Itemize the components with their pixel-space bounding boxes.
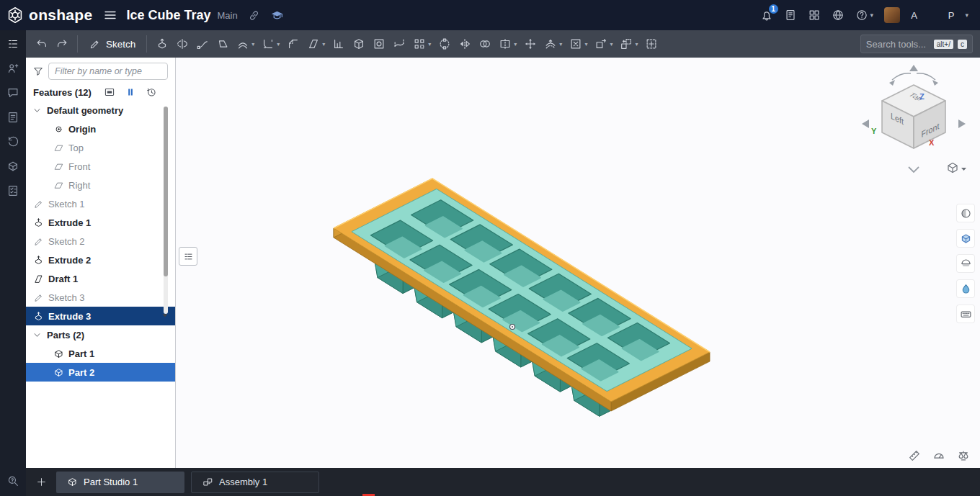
- collaborator-initial-a[interactable]: A: [911, 10, 917, 21]
- chevron-down-icon[interactable]: ▾: [514, 41, 517, 48]
- hamburger-menu-icon[interactable]: [103, 8, 117, 22]
- performance-button[interactable]: [932, 449, 945, 462]
- revolve-tool-button[interactable]: [172, 34, 192, 54]
- scrollbar-track[interactable]: [164, 107, 168, 314]
- undo-button[interactable]: [32, 34, 52, 54]
- panel-toggle-button[interactable]: [179, 247, 197, 266]
- model-viewport[interactable]: Top Left Front Z Y X: [176, 58, 980, 468]
- tree-item-draft-1[interactable]: Draft 1: [26, 269, 175, 288]
- mirror-tool-button[interactable]: [455, 34, 475, 54]
- section-view-button[interactable]: [957, 255, 974, 272]
- mass-properties-button[interactable]: [957, 449, 970, 462]
- rotate-up-arrow[interactable]: [909, 65, 918, 71]
- tree-item-origin[interactable]: Origin: [26, 120, 175, 138]
- tree-item-sketch-3[interactable]: Sketch 3: [26, 288, 175, 307]
- thicken-tool-button[interactable]: ▾: [233, 34, 258, 54]
- rail-edit-document-button[interactable]: [6, 111, 19, 124]
- brand-wordmark[interactable]: onshape: [29, 6, 92, 24]
- shading-view-button[interactable]: [957, 204, 974, 222]
- filter-funnel-icon[interactable]: [32, 66, 44, 77]
- hole-tool-button[interactable]: [369, 34, 389, 54]
- sketch-button[interactable]: Sketch: [83, 34, 141, 54]
- tree-item-extrude-1[interactable]: Extrude 1: [26, 213, 175, 232]
- circular-pattern-tool-button[interactable]: [435, 34, 455, 54]
- linear-pattern-tool-button[interactable]: ▾: [409, 34, 435, 54]
- tree-item-sketch-2[interactable]: Sketch 2: [26, 232, 175, 251]
- globe-icon[interactable]: [832, 9, 845, 22]
- tree-item-sketch-1[interactable]: Sketch 1: [26, 194, 175, 213]
- rail-search-button[interactable]: [6, 160, 19, 173]
- tree-item-extrude-2[interactable]: Extrude 2: [26, 251, 175, 269]
- chevron-down-icon[interactable]: ▾: [251, 41, 254, 48]
- rollback-icon[interactable]: [104, 86, 115, 98]
- transform-tool-button[interactable]: [520, 34, 540, 54]
- scrollbar-thumb[interactable]: [164, 107, 168, 276]
- history-icon[interactable]: [146, 86, 157, 98]
- tree-item-extrude-3[interactable]: Extrude 3: [26, 307, 175, 325]
- scroll-down-arrow[interactable]: [161, 311, 171, 320]
- chevron-down-icon[interactable]: ▾: [635, 41, 638, 48]
- collaborator-initial-p[interactable]: P: [948, 10, 955, 21]
- view-cube[interactable]: Top Left Front Z Y X: [856, 60, 971, 176]
- rotate-left-arrow[interactable]: [862, 120, 869, 128]
- search-tools-box[interactable]: alt+/ c: [860, 35, 973, 53]
- shortcuts-view-button[interactable]: [957, 305, 974, 323]
- view-options-button[interactable]: [948, 163, 966, 173]
- measure-button[interactable]: [908, 449, 921, 462]
- rail-insert-button[interactable]: [6, 62, 19, 75]
- account-chevron-icon[interactable]: ▾: [965, 12, 968, 19]
- tree-item-top[interactable]: Top: [26, 138, 175, 157]
- tab-assembly-1[interactable]: Assembly 1: [191, 472, 319, 493]
- chevron-down-icon[interactable]: ▾: [584, 41, 587, 48]
- rotate-ccw-arrow[interactable]: [892, 73, 911, 80]
- tree-group-default-geometry[interactable]: Default geometry: [26, 101, 175, 120]
- branch-name[interactable]: Main: [218, 10, 238, 21]
- redo-button[interactable]: [52, 34, 72, 54]
- rotate-right-arrow[interactable]: [958, 120, 966, 128]
- tree-item-front[interactable]: Front: [26, 157, 175, 176]
- app-store-icon[interactable]: [808, 9, 821, 22]
- delete-face-tool-button[interactable]: ▾: [566, 34, 591, 54]
- wrap-tool-button[interactable]: [389, 34, 409, 54]
- rib-tool-button[interactable]: [329, 34, 349, 54]
- extrude-tool-button[interactable]: [152, 34, 172, 54]
- sweep-tool-button[interactable]: [192, 34, 213, 54]
- views-view-button[interactable]: [957, 230, 974, 247]
- viewcube-more-chevron[interactable]: [909, 167, 919, 172]
- pause-icon[interactable]: [125, 86, 136, 98]
- rail-feature-list-button[interactable]: [6, 37, 19, 50]
- onshape-logo-icon[interactable]: [6, 6, 24, 24]
- add-tab-button[interactable]: [32, 474, 50, 491]
- tab-part-studio-1[interactable]: Part Studio 1: [56, 472, 184, 493]
- user-avatar[interactable]: [884, 7, 900, 23]
- rail-versions-button[interactable]: [6, 135, 19, 148]
- chevron-down-icon[interactable]: [32, 330, 43, 341]
- chamfer-tool-button[interactable]: [283, 34, 303, 54]
- notifications-button[interactable]: 1: [760, 9, 773, 22]
- move-face-tool-button[interactable]: ▾: [591, 34, 616, 54]
- fillet-tool-button[interactable]: ▾: [258, 34, 283, 54]
- feature-filter-input[interactable]: [48, 63, 168, 80]
- rail-help-search-button[interactable]: [6, 474, 19, 487]
- rail-comments-button[interactable]: [6, 86, 19, 99]
- journal-icon[interactable]: [784, 9, 797, 22]
- learning-center-icon[interactable]: [270, 9, 284, 22]
- rotate-cw-arrow[interactable]: [917, 73, 935, 80]
- boolean-tool-button[interactable]: [475, 34, 495, 54]
- select-tool-button[interactable]: [641, 34, 662, 54]
- chevron-down-icon[interactable]: ▾: [322, 41, 325, 48]
- draft-tool-button[interactable]: ▾: [303, 34, 329, 54]
- chevron-down-icon[interactable]: ▾: [277, 41, 280, 48]
- appearance-view-button[interactable]: [957, 280, 974, 297]
- loft-tool-button[interactable]: [213, 34, 233, 54]
- share-link-icon[interactable]: [248, 9, 260, 22]
- chevron-down-icon[interactable]: ▾: [559, 41, 562, 48]
- tree-item-right[interactable]: Right: [26, 176, 175, 194]
- chevron-down-icon[interactable]: ▾: [610, 41, 612, 48]
- split-tool-button[interactable]: ▾: [495, 34, 520, 54]
- chevron-down-icon[interactable]: [32, 105, 43, 116]
- rail-checklist-button[interactable]: [6, 184, 19, 197]
- tree-item-part-2[interactable]: Part 2: [26, 363, 175, 382]
- shell-tool-button[interactable]: [349, 34, 369, 54]
- search-tools-input[interactable]: [866, 39, 930, 50]
